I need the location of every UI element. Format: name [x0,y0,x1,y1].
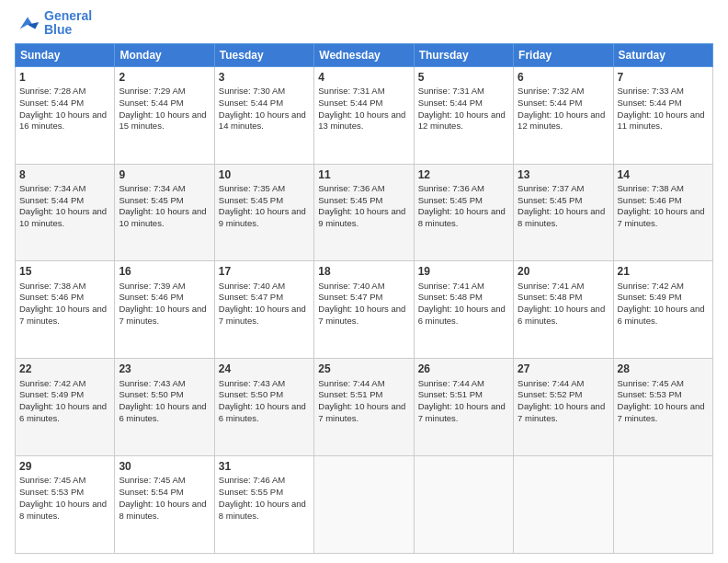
calendar-cell: 2Sunrise: 7:29 AMSunset: 5:44 PMDaylight… [115,66,214,164]
calendar-cell: 5Sunrise: 7:31 AMSunset: 5:44 PMDaylight… [414,66,513,164]
sunrise-text: Sunrise: 7:34 AM [19,183,85,193]
sunset-text: Sunset: 5:53 PM [618,389,682,399]
calendar-cell: 9Sunrise: 7:34 AMSunset: 5:45 PMDaylight… [115,164,214,261]
calendar-cell: 29Sunrise: 7:45 AMSunset: 5:53 PMDayligh… [16,456,115,554]
calendar-cell: 12Sunrise: 7:36 AMSunset: 5:45 PMDayligh… [414,164,513,261]
calendar-cell: 15Sunrise: 7:38 AMSunset: 5:46 PMDayligh… [16,261,115,359]
day-number: 19 [418,264,509,279]
calendar-day-header: Friday [514,43,613,66]
calendar-cell: 8Sunrise: 7:34 AMSunset: 5:44 PMDaylight… [16,164,115,261]
daylight-text: Daylight: 10 hours and 13 minutes. [318,109,405,132]
daylight-text: Daylight: 10 hours and 15 minutes. [119,109,206,132]
day-number: 21 [618,264,709,279]
sunset-text: Sunset: 5:51 PM [418,389,483,399]
sunset-text: Sunset: 5:45 PM [518,195,582,205]
page: General Blue SundayMondayTuesdayWednesda… [0,0,728,563]
day-number: 3 [219,70,310,85]
sunset-text: Sunset: 5:51 PM [318,389,382,399]
day-number: 1 [19,70,110,85]
calendar-cell: 10Sunrise: 7:35 AMSunset: 5:45 PMDayligh… [214,164,313,261]
sunset-text: Sunset: 5:46 PM [618,195,682,205]
daylight-text: Daylight: 10 hours and 8 minutes. [19,499,107,521]
calendar-cell: 6Sunrise: 7:32 AMSunset: 5:44 PMDaylight… [514,66,613,164]
sunset-text: Sunset: 5:45 PM [318,195,382,205]
sunrise-text: Sunrise: 7:42 AM [618,281,684,291]
calendar-cell: 31Sunrise: 7:46 AMSunset: 5:55 PMDayligh… [214,456,313,554]
calendar-cell: 30Sunrise: 7:45 AMSunset: 5:54 PMDayligh… [115,456,214,554]
sunset-text: Sunset: 5:44 PM [318,98,382,108]
day-number: 23 [119,362,210,376]
sunset-text: Sunset: 5:55 PM [219,487,283,497]
daylight-text: Daylight: 10 hours and 7 minutes. [119,304,206,326]
sunrise-text: Sunrise: 7:41 AM [518,281,584,291]
day-number: 18 [318,264,409,279]
daylight-text: Daylight: 10 hours and 7 minutes. [618,401,705,423]
sunrise-text: Sunrise: 7:44 AM [318,378,384,388]
sunrise-text: Sunrise: 7:42 AM [19,378,85,388]
sunset-text: Sunset: 5:45 PM [418,195,483,205]
calendar-cell [514,456,613,554]
calendar-cell [613,456,712,554]
sunrise-text: Sunrise: 7:36 AM [418,183,484,193]
calendar-cell [314,456,414,554]
sunset-text: Sunset: 5:50 PM [119,389,183,399]
calendar-cell: 26Sunrise: 7:44 AMSunset: 5:51 PMDayligh… [414,359,513,456]
day-number: 16 [119,264,210,279]
sunrise-text: Sunrise: 7:30 AM [219,86,285,96]
day-number: 27 [518,362,609,376]
sunrise-text: Sunrise: 7:46 AM [219,475,285,485]
day-number: 31 [219,459,310,474]
day-number: 15 [19,264,110,279]
daylight-text: Daylight: 10 hours and 8 minutes. [119,499,206,521]
sunrise-text: Sunrise: 7:38 AM [618,183,684,193]
daylight-text: Daylight: 10 hours and 16 minutes. [19,109,107,132]
calendar-week-row: 1Sunrise: 7:28 AMSunset: 5:44 PMDaylight… [16,66,713,164]
day-number: 9 [119,167,210,182]
sunrise-text: Sunrise: 7:32 AM [518,86,584,96]
sunset-text: Sunset: 5:44 PM [618,98,682,108]
daylight-text: Daylight: 10 hours and 7 minutes. [618,206,705,228]
sunrise-text: Sunrise: 7:31 AM [418,86,484,96]
calendar-table: SundayMondayTuesdayWednesdayThursdayFrid… [15,43,713,554]
sunrise-text: Sunrise: 7:33 AM [618,86,684,96]
sunrise-text: Sunrise: 7:29 AM [119,86,185,96]
sunset-text: Sunset: 5:53 PM [19,487,84,497]
day-number: 10 [219,167,310,182]
sunset-text: Sunset: 5:50 PM [219,389,283,399]
sunset-text: Sunset: 5:45 PM [219,195,283,205]
header: General Blue [15,9,713,38]
sunrise-text: Sunrise: 7:45 AM [618,378,684,388]
day-number: 28 [618,362,709,376]
calendar-cell: 28Sunrise: 7:45 AMSunset: 5:53 PMDayligh… [613,359,712,456]
daylight-text: Daylight: 10 hours and 7 minutes. [19,304,107,326]
daylight-text: Daylight: 10 hours and 14 minutes. [219,109,306,132]
calendar-cell: 27Sunrise: 7:44 AMSunset: 5:52 PMDayligh… [514,359,613,456]
sunrise-text: Sunrise: 7:41 AM [418,281,484,291]
calendar-cell: 3Sunrise: 7:30 AMSunset: 5:44 PMDaylight… [214,66,313,164]
daylight-text: Daylight: 10 hours and 6 minutes. [418,304,506,326]
day-number: 6 [518,70,609,85]
sunset-text: Sunset: 5:48 PM [518,292,582,302]
daylight-text: Daylight: 10 hours and 8 minutes. [418,206,506,228]
day-number: 26 [418,362,509,376]
day-number: 2 [119,70,210,85]
sunrise-text: Sunrise: 7:28 AM [19,86,85,96]
calendar-cell: 20Sunrise: 7:41 AMSunset: 5:48 PMDayligh… [514,261,613,359]
calendar-cell: 22Sunrise: 7:42 AMSunset: 5:49 PMDayligh… [16,359,115,456]
calendar-cell: 14Sunrise: 7:38 AMSunset: 5:46 PMDayligh… [613,164,712,261]
sunrise-text: Sunrise: 7:37 AM [518,183,584,193]
sunset-text: Sunset: 5:47 PM [318,292,382,302]
daylight-text: Daylight: 10 hours and 12 minutes. [518,109,605,132]
logo-text: General Blue [44,9,92,38]
sunset-text: Sunset: 5:49 PM [618,292,682,302]
calendar-day-header: Sunday [16,43,115,66]
sunset-text: Sunset: 5:44 PM [518,98,582,108]
calendar-week-row: 22Sunrise: 7:42 AMSunset: 5:49 PMDayligh… [16,359,713,456]
daylight-text: Daylight: 10 hours and 6 minutes. [618,304,705,326]
daylight-text: Daylight: 10 hours and 9 minutes. [219,206,306,228]
sunset-text: Sunset: 5:44 PM [19,195,84,205]
calendar-cell: 1Sunrise: 7:28 AMSunset: 5:44 PMDaylight… [16,66,115,164]
day-number: 17 [219,264,310,279]
sunset-text: Sunset: 5:44 PM [119,98,183,108]
calendar-day-header: Tuesday [214,43,313,66]
